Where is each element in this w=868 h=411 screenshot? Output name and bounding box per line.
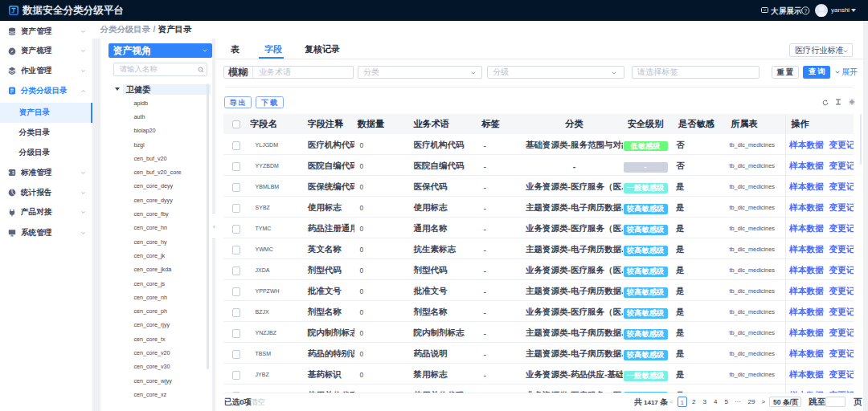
svg-text:?: ? [804, 8, 807, 14]
